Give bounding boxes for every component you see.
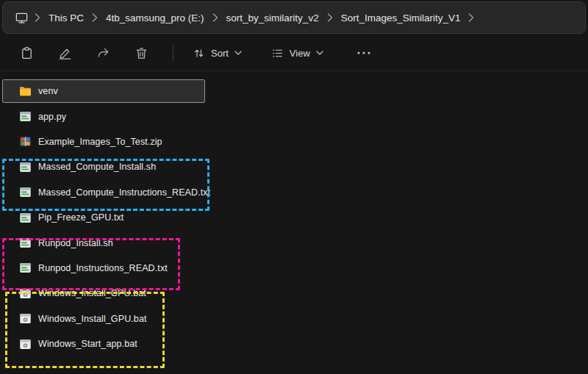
clipboard-icon [20,46,34,60]
rename-button[interactable] [57,45,73,61]
command-toolbar: Sort View [0,35,588,71]
toolbar-divider [173,44,173,62]
sort-arrows-icon [193,47,205,60]
view-dropdown[interactable]: View [264,43,331,64]
batch-icon [19,287,32,300]
chevron-right-icon[interactable] [212,13,218,22]
trash-icon [135,46,148,60]
file-label: Example_Images_To_Test.zip [38,137,162,147]
file-row[interactable]: Runpod_Install.sh [2,231,205,254]
list-view-icon [271,47,284,60]
more-options-button[interactable] [351,43,376,62]
sort-label: Sort [211,48,229,59]
breadcrumb-item[interactable]: Sort_Images_Similarity_V1 [334,9,467,27]
file-label: app.py [38,112,66,122]
file-label: Windows_Install_GPU.bat [38,314,147,324]
delete-button[interactable] [133,45,149,61]
batch-icon [19,312,32,325]
batch-icon [19,338,32,350]
share-button[interactable] [95,45,111,61]
file-explorer-window: This PC 4tb_samsung_pro (E:) sort_by_sim… [0,0,588,374]
more-options-icon [357,51,370,54]
file-list: venv app.py Example_Images_To_Test.zip M… [1,78,229,357]
rename-icon [58,46,72,60]
script-icon [19,262,32,274]
computer-icon[interactable] [10,8,33,28]
chevron-right-icon[interactable] [468,13,474,22]
script-icon [19,237,32,249]
zip-icon [19,135,32,148]
file-row[interactable]: Windows_Install_CPU.bat [2,281,205,305]
sort-dropdown[interactable]: Sort [185,43,249,64]
breadcrumb-item[interactable]: This PC [42,9,90,27]
file-row[interactable]: venv [2,79,205,103]
file-row[interactable]: Runpod_Instructions_READ.txt [2,256,205,280]
file-row[interactable]: app.py [2,104,205,128]
folder-icon [19,85,32,98]
script-icon [19,186,32,198]
chevron-right-icon[interactable] [92,13,98,22]
breadcrumb-item[interactable]: 4tb_samsung_pro (E:) [99,9,211,27]
file-label: Windows_Start_app.bat [38,339,137,349]
breadcrumb: This PC 4tb_samsung_pro (E:) sort_by_sim… [2,1,586,34]
script-icon [19,161,32,173]
chevron-right-icon[interactable] [35,13,40,22]
file-row[interactable]: Massed_Compute_Install.sh [2,155,205,179]
script-icon [19,212,32,224]
chevron-right-icon[interactable] [327,13,333,22]
breadcrumb-item[interactable]: sort_by_similarity_v2 [220,9,326,27]
file-row[interactable]: Example_Images_To_Test.zip [2,130,205,154]
file-label: Massed_Compute_Instructions_READ.txt [38,187,210,198]
file-row[interactable]: Windows_Install_GPU.bat [2,307,205,331]
view-label: View [290,48,310,59]
file-row[interactable]: Massed_Compute_Instructions_READ.txt [2,181,205,204]
file-label: Massed_Compute_Install.sh [38,162,156,172]
script-icon [19,110,32,123]
file-row[interactable]: Windows_Start_app.bat [2,332,205,356]
file-row[interactable]: Pip_Freeze_GPU.txt [2,206,205,229]
file-label: Runpod_Install.sh [38,238,113,248]
file-label: Pip_Freeze_GPU.txt [38,212,123,223]
file-label: Runpod_Instructions_READ.txt [38,263,168,273]
file-label: venv [38,86,58,96]
file-label: Windows_Install_CPU.bat [38,288,146,298]
chevron-down-icon [234,51,242,55]
paste-button[interactable] [18,45,35,61]
chevron-down-icon [316,51,323,55]
share-icon [96,46,110,60]
